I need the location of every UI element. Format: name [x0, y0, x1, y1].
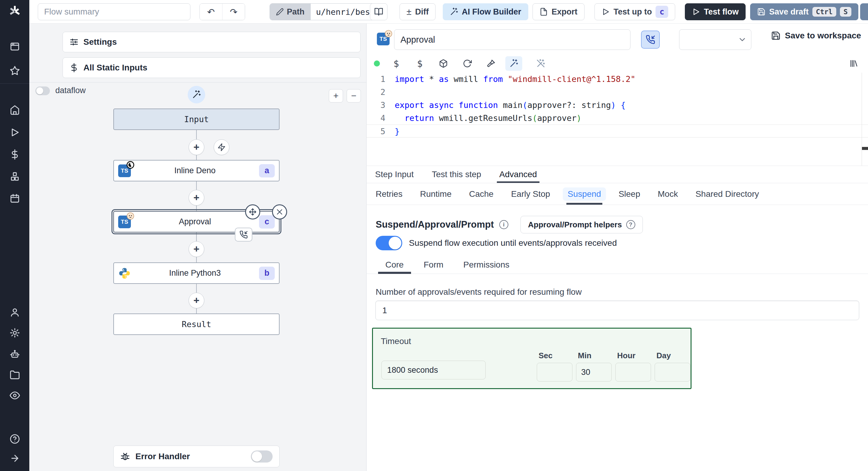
chevron-down-icon: [738, 35, 747, 44]
error-handler-row[interactable]: Error Handler: [113, 446, 280, 467]
tab-form[interactable]: Form: [424, 256, 443, 273]
graph-node-inline-deno[interactable]: TS Inline Deno a: [113, 160, 280, 181]
path-label-segment[interactable]: Path: [270, 4, 311, 20]
tab-mock[interactable]: Mock: [658, 183, 678, 205]
tab-advanced[interactable]: Advanced: [499, 166, 537, 183]
expand-arrow-icon[interactable]: [9, 453, 20, 464]
help-icon[interactable]: [9, 434, 20, 444]
docs-book-button[interactable]: [370, 3, 388, 20]
test-up-to-button[interactable]: Test up to c: [594, 3, 675, 20]
save-draft-button[interactable]: Save draft Ctrl S: [750, 3, 858, 20]
save-to-workspace-button[interactable]: Save to workspace: [771, 31, 861, 40]
tab-early-stop[interactable]: Early Stop: [511, 183, 550, 205]
tab-test-this-step[interactable]: Test this step: [432, 166, 481, 183]
export-button[interactable]: Export: [532, 3, 585, 20]
reload-icon[interactable]: [459, 56, 476, 71]
add-resource-button[interactable]: $: [411, 56, 428, 71]
code-line[interactable]: 5}: [367, 124, 868, 138]
error-handler-label: Error Handler: [135, 452, 245, 461]
diff-icon: ±: [406, 7, 411, 17]
tab-cache[interactable]: Cache: [469, 183, 494, 205]
flow-settings-row[interactable]: Settings: [63, 32, 361, 52]
redo-button[interactable]: ↷: [222, 4, 245, 20]
graph-node-input[interactable]: Input: [113, 109, 280, 130]
user-icon[interactable]: [9, 307, 20, 318]
code-line[interactable]: 2: [367, 86, 868, 98]
gear-icon[interactable]: [9, 327, 20, 338]
ai-wand-button[interactable]: [188, 86, 205, 104]
ai-flow-builder-button[interactable]: AI Flow Builder: [443, 3, 528, 20]
add-variable-button[interactable]: $: [388, 56, 405, 71]
tab-retries[interactable]: Retries: [376, 183, 403, 205]
format-brush-icon[interactable]: [483, 56, 500, 71]
flow-summary-input[interactable]: [38, 3, 190, 20]
insert-step-button[interactable]: +: [189, 241, 204, 257]
suspend-phone-badge[interactable]: [235, 228, 252, 241]
timeout-day-input[interactable]: [655, 363, 690, 382]
diff-button[interactable]: ± Diff: [400, 3, 435, 20]
package-icon[interactable]: [435, 56, 452, 71]
sec-label: Sec: [537, 351, 572, 360]
ai-gen-disabled-wand-icon[interactable]: [532, 56, 549, 71]
editor-scrollbar-marker[interactable]: [862, 147, 868, 150]
approval-prompt-helpers-button[interactable]: Approval/Prompt helpers ?: [521, 216, 643, 233]
timeout-min-input[interactable]: [576, 363, 612, 382]
suspend-enabled-toggle[interactable]: [376, 236, 402, 250]
timeout-summary-input[interactable]: [381, 361, 486, 379]
code-line[interactable]: 3export async function main(approver?: s…: [367, 98, 868, 112]
script-version-select[interactable]: [679, 29, 751, 50]
tab-step-input[interactable]: Step Input: [375, 166, 414, 183]
graph-node-result[interactable]: Result: [113, 314, 280, 335]
kbd-ctrl: Ctrl: [812, 7, 836, 17]
code-line[interactable]: 1import * as wmill from "windmill-client…: [367, 72, 868, 86]
code-editor[interactable]: 1import * as wmill from "windmill-client…: [367, 72, 868, 166]
timeout-hour-input[interactable]: [615, 363, 651, 382]
tab-runtime[interactable]: Runtime: [420, 183, 452, 205]
zoom-out-button[interactable]: −: [347, 89, 361, 102]
variables-icon[interactable]: [9, 149, 20, 160]
delete-node-button[interactable]: [272, 204, 287, 219]
deploy-button-cutoff[interactable]: [860, 3, 868, 20]
zoom-in-button[interactable]: +: [329, 89, 343, 102]
code-line[interactable]: 4 return wmill.getResumeUrls(approver): [367, 112, 868, 124]
undo-button[interactable]: ↶: [200, 4, 222, 20]
ai-assistant-wand-button[interactable]: [505, 56, 522, 71]
timeout-sec-input[interactable]: [537, 363, 572, 382]
insert-step-button[interactable]: +: [189, 139, 204, 155]
insert-step-button[interactable]: +: [189, 293, 204, 308]
home-icon[interactable]: [9, 105, 20, 116]
error-handler-toggle[interactable]: [251, 450, 273, 463]
resources-icon[interactable]: [9, 171, 20, 182]
tab-suspend[interactable]: Suspend: [567, 183, 601, 205]
path-control[interactable]: Path u/henri/bes: [270, 3, 376, 20]
schedules-icon[interactable]: [9, 193, 20, 204]
approvals-required-input[interactable]: [375, 300, 859, 320]
sidebar-divider: [0, 83, 29, 84]
graph-node-inline-python3[interactable]: Inline Python3 b: [113, 262, 280, 284]
trigger-bolt-button[interactable]: [214, 139, 229, 155]
apps-icon[interactable]: [9, 41, 20, 52]
tab-core[interactable]: Core: [385, 256, 404, 273]
suspend-phone-button[interactable]: [641, 31, 660, 49]
timeout-hour-field: Hour: [615, 351, 651, 382]
info-icon[interactable]: i: [499, 220, 508, 229]
tab-sleep[interactable]: Sleep: [619, 183, 641, 205]
tab-shared-directory[interactable]: Shared Directory: [695, 183, 759, 205]
all-static-inputs-row[interactable]: All Static Inputs: [63, 57, 361, 78]
library-icon[interactable]: [845, 56, 862, 71]
move-icon: [248, 208, 257, 216]
runs-icon[interactable]: [9, 127, 20, 138]
dataflow-toggle[interactable]: [35, 86, 50, 95]
editor-toolbar: $ $: [367, 54, 868, 72]
test-flow-button[interactable]: Test flow: [685, 3, 746, 20]
step-title-input[interactable]: [394, 29, 630, 50]
suspend-sub-tabs: Core Form Permissions: [367, 256, 868, 274]
tab-permissions[interactable]: Permissions: [463, 256, 509, 273]
path-value[interactable]: u/henri/bes: [311, 4, 376, 20]
folders-icon[interactable]: [9, 370, 20, 380]
workers-icon[interactable]: [9, 349, 20, 360]
eye-icon[interactable]: [9, 390, 20, 401]
move-node-button[interactable]: [245, 204, 260, 219]
star-icon[interactable]: [9, 65, 20, 76]
insert-step-button[interactable]: +: [189, 190, 204, 206]
